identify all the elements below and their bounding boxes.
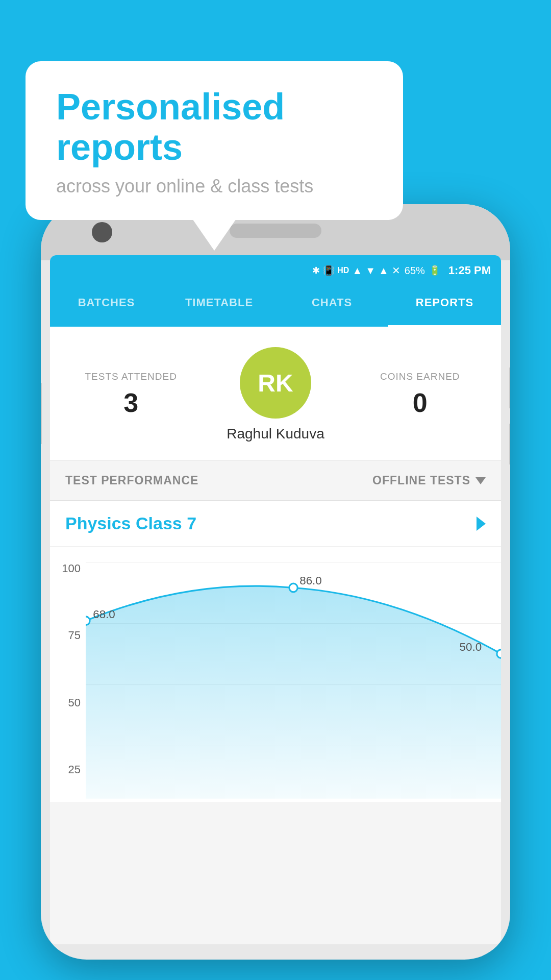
y-label-25: 25 xyxy=(68,763,81,776)
bubble-title: Personalised reports xyxy=(56,87,372,167)
data-point-2 xyxy=(497,650,501,658)
chart-svg: 68.0 86.0 50.0 xyxy=(86,557,501,802)
chart-area-fill xyxy=(86,586,501,799)
class-name: Physics Class 7 xyxy=(65,513,196,533)
data-point-1 xyxy=(289,583,297,592)
battery-icon: 🔋 xyxy=(429,265,440,276)
battery-level: 65% xyxy=(405,265,425,277)
tab-reports[interactable]: REPORTS xyxy=(388,286,501,327)
data-label-0: 68.0 xyxy=(93,607,115,621)
coins-earned-value: 0 xyxy=(355,387,486,418)
y-label-75: 75 xyxy=(68,629,81,642)
tests-attended-value: 3 xyxy=(65,387,197,418)
profile-row: TESTS ATTENDED 3 RK Raghul Kuduva COINS … xyxy=(65,347,486,442)
camera xyxy=(92,222,112,242)
vibrate-icon: 📳 xyxy=(323,265,334,276)
data-label-1: 86.0 xyxy=(299,574,322,587)
filter-dropdown[interactable]: OFFLINE TESTS xyxy=(372,474,486,487)
status-bar: ✱ 📳 HD ▲ ▼ ▲ ✕ 65% 🔋 1:25 PM xyxy=(50,255,501,286)
data-point-0 xyxy=(86,617,90,625)
avatar-initials: RK xyxy=(258,369,293,397)
network2-icon: ✕ xyxy=(392,264,400,277)
wifi-icon: ▼ xyxy=(365,265,375,277)
volume-left-button xyxy=(41,383,42,444)
tab-chats[interactable]: CHATS xyxy=(276,286,388,327)
profile-section: TESTS ATTENDED 3 RK Raghul Kuduva COINS … xyxy=(50,327,501,460)
bubble-subtitle: across your online & class tests xyxy=(56,176,372,197)
nav-tabs: BATCHES TIMETABLE CHATS REPORTS xyxy=(50,286,501,327)
status-time: 1:25 PM xyxy=(448,264,491,277)
user-name: Raghul Kuduva xyxy=(227,426,324,442)
speech-bubble: Personalised reports across your online … xyxy=(26,61,403,220)
filter-performance-label: TEST PERFORMANCE xyxy=(65,474,198,487)
offline-tests-label: OFFLINE TESTS xyxy=(372,474,470,487)
phone-screen: ✱ 📳 HD ▲ ▼ ▲ ✕ 65% 🔋 1:25 PM xyxy=(50,255,501,944)
data-label-2: 50.0 xyxy=(460,640,482,653)
filter-row: TEST PERFORMANCE OFFLINE TESTS xyxy=(50,461,501,501)
signal-icon: ▲ xyxy=(352,265,362,277)
y-label-100: 100 xyxy=(62,562,81,575)
tab-timetable[interactable]: TIMETABLE xyxy=(163,286,276,327)
chart-area: 100 75 50 25 xyxy=(50,547,501,802)
y-axis: 100 75 50 25 xyxy=(50,557,86,802)
status-icons: ✱ 📳 HD ▲ ▼ ▲ ✕ xyxy=(312,264,400,277)
tab-batches[interactable]: BATCHES xyxy=(50,286,163,327)
chevron-right-icon xyxy=(477,517,486,531)
chart-svg-wrap: 68.0 86.0 50.0 xyxy=(86,557,501,802)
tests-attended-block: TESTS ATTENDED 3 xyxy=(65,371,197,418)
chevron-down-icon xyxy=(475,477,486,484)
bluetooth-icon: ✱ xyxy=(312,265,320,276)
avatar-block: RK Raghul Kuduva xyxy=(197,347,355,442)
coins-earned-block: COINS EARNED 0 xyxy=(355,371,486,418)
tests-attended-label: TESTS ATTENDED xyxy=(65,371,197,382)
class-row[interactable]: Physics Class 7 xyxy=(50,501,501,547)
volume-button xyxy=(509,424,510,464)
avatar: RK xyxy=(240,347,311,419)
power-button xyxy=(509,368,510,408)
hd-icon: HD xyxy=(337,266,349,275)
y-label-50: 50 xyxy=(68,696,81,709)
coins-earned-label: COINS EARNED xyxy=(355,371,486,382)
phone-frame: ✱ 📳 HD ▲ ▼ ▲ ✕ 65% 🔋 1:25 PM xyxy=(41,204,510,960)
network-icon: ▲ xyxy=(379,265,389,277)
chart-container: 100 75 50 25 xyxy=(50,557,501,802)
speaker xyxy=(230,224,321,238)
